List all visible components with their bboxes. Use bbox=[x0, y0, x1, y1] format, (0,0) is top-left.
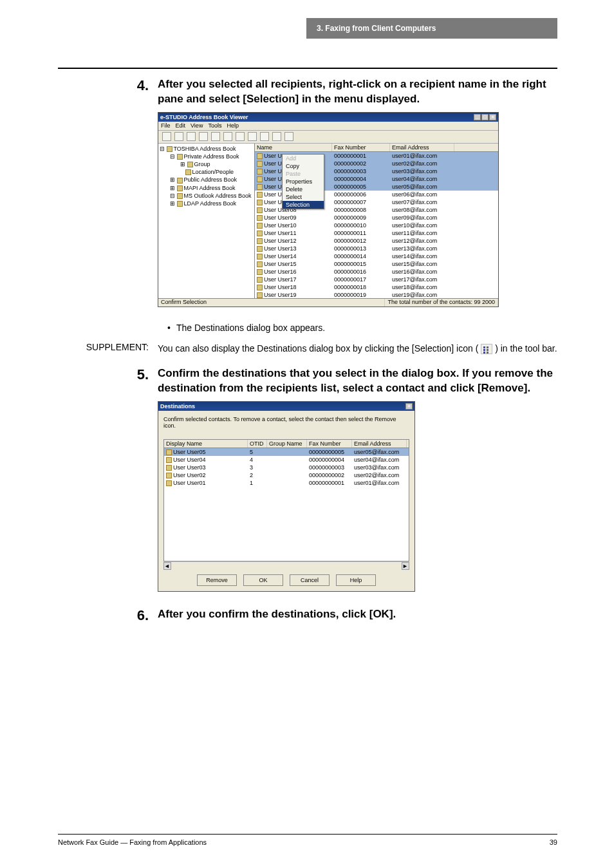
cell-email: user05@ifax.com bbox=[352, 449, 407, 455]
step-heading: Confirm the destinations that you select… bbox=[158, 366, 557, 396]
toolbar-icon[interactable] bbox=[260, 132, 269, 141]
window-controls: _ □ × bbox=[474, 114, 496, 120]
close-button[interactable]: × bbox=[405, 403, 413, 410]
tree-item[interactable]: ⊞ MAPI Address Book bbox=[160, 184, 253, 192]
tree-pane[interactable]: ⊟ TOSHIBA Address Book ⊟ Private Address… bbox=[158, 144, 255, 298]
contact-icon bbox=[257, 238, 263, 244]
contact-icon bbox=[257, 269, 263, 275]
dest-row[interactable]: User User05500000000005user05@ifax.com bbox=[164, 448, 409, 456]
list-row[interactable]: User User190000000019user19@ifax.com bbox=[255, 291, 498, 298]
destinations-dialog: Destinations × Confirm selected contacts… bbox=[158, 401, 415, 592]
dest-row[interactable]: User User02200000000002user02@ifax.com bbox=[164, 471, 409, 479]
list-row[interactable]: User User140000000014user14@ifax.com bbox=[255, 252, 498, 260]
col-email[interactable]: Email Address bbox=[390, 144, 454, 151]
cell-email: user19@ifax.com bbox=[390, 292, 454, 298]
toolbar-icon[interactable] bbox=[187, 132, 196, 141]
col-fax[interactable]: Fax Number bbox=[332, 144, 390, 151]
list-row[interactable]: User User130000000013user13@ifax.com bbox=[255, 245, 498, 252]
col-email[interactable]: Email Address bbox=[352, 440, 407, 448]
col-fax[interactable]: Fax Number bbox=[307, 440, 352, 448]
ctx-copy[interactable]: Copy bbox=[283, 162, 324, 170]
scroll-right-icon[interactable]: ► bbox=[402, 562, 409, 570]
menu-help[interactable]: Help bbox=[227, 122, 239, 129]
tree-item[interactable]: ⊟ Private Address Book bbox=[160, 153, 253, 160]
tree-item[interactable]: Location/People bbox=[160, 168, 253, 176]
cell-email: user02@ifax.com bbox=[390, 160, 454, 167]
cell-name: User User03 bbox=[164, 464, 248, 471]
tree-item[interactable]: ⊟ MS Outlook Address Book bbox=[160, 192, 253, 200]
list-row[interactable]: User User150000000015user15@ifax.com bbox=[255, 260, 498, 268]
list-row[interactable]: User User110000000011user11@ifax.com bbox=[255, 229, 498, 237]
dest-row[interactable]: User User01100000000001user01@ifax.com bbox=[164, 479, 409, 487]
list-row[interactable]: User User180000000018user18@ifax.com bbox=[255, 283, 498, 291]
tree-item[interactable]: ⊞ Public Address Book bbox=[160, 176, 253, 184]
book-icon bbox=[177, 178, 183, 184]
tree-item[interactable]: ⊞ Group bbox=[160, 160, 253, 168]
menu-tools[interactable]: Tools bbox=[208, 122, 221, 129]
dest-listbox: Display Name OTID Group Name Fax Number … bbox=[163, 439, 409, 561]
cell-fax: 0000000017 bbox=[332, 276, 390, 283]
toolbar-icon[interactable] bbox=[284, 132, 293, 141]
ctx-properties[interactable]: Properties bbox=[283, 178, 324, 185]
cell-name: User User12 bbox=[255, 238, 332, 244]
window-controls: × bbox=[405, 403, 413, 410]
list-row[interactable]: User User100000000010user10@ifax.com bbox=[255, 222, 498, 229]
ctx-add[interactable]: Add bbox=[283, 155, 324, 162]
list-row[interactable]: User User160000000016user16@ifax.com bbox=[255, 268, 498, 276]
tree-root[interactable]: ⊟ TOSHIBA Address Book bbox=[160, 145, 253, 153]
cell-fax: 0000000013 bbox=[332, 245, 390, 252]
list-row[interactable]: User User170000000017user17@ifax.com bbox=[255, 276, 498, 283]
cell-name: User User09 bbox=[255, 214, 332, 221]
toolbar-icon[interactable] bbox=[223, 132, 232, 141]
context-menu: Add Copy Paste Properties Delete Select … bbox=[282, 154, 324, 209]
book-icon bbox=[177, 154, 183, 160]
scroll-left-icon[interactable]: ◄ bbox=[163, 562, 171, 570]
book-icon bbox=[177, 185, 183, 191]
menu-edit[interactable]: Edit bbox=[176, 122, 186, 129]
minimize-button[interactable]: _ bbox=[474, 114, 481, 120]
horizontal-scrollbar[interactable]: ◄ ► bbox=[163, 561, 409, 569]
ok-button[interactable]: OK bbox=[243, 574, 283, 586]
list-row[interactable]: User User090000000009user09@ifax.com bbox=[255, 214, 498, 222]
step-text-col: After you confirm the destinations, clic… bbox=[158, 607, 557, 624]
toolbar-icon[interactable] bbox=[248, 132, 257, 141]
col-name[interactable]: Name bbox=[255, 144, 332, 151]
close-button[interactable]: × bbox=[489, 114, 496, 120]
toolbar-icon[interactable] bbox=[174, 132, 183, 141]
dest-rows: User User05500000000005user05@ifax.comUs… bbox=[164, 448, 409, 487]
col-group[interactable]: Group Name bbox=[267, 440, 307, 448]
cell-email: user04@ifax.com bbox=[390, 176, 454, 182]
cancel-button[interactable]: Cancel bbox=[290, 574, 330, 586]
help-button[interactable]: Help bbox=[336, 574, 376, 586]
ctx-paste[interactable]: Paste bbox=[283, 170, 324, 178]
toolbar-icon[interactable] bbox=[199, 132, 208, 141]
step-4: 4. After you selected all recipients, ri… bbox=[58, 77, 557, 314]
contact-icon bbox=[257, 192, 263, 198]
menu-file[interactable]: File bbox=[161, 122, 171, 129]
cell-otid: 3 bbox=[248, 464, 267, 471]
contact-icon bbox=[257, 169, 263, 175]
list-row[interactable]: User User120000000012user12@ifax.com bbox=[255, 237, 498, 245]
toolbar-icon[interactable] bbox=[236, 132, 245, 141]
dest-row[interactable]: User User04400000000004user04@ifax.com bbox=[164, 456, 409, 464]
contact-icon bbox=[166, 473, 172, 478]
menu-view[interactable]: View bbox=[191, 122, 203, 129]
tree-root-label: TOSHIBA Address Book bbox=[174, 146, 236, 152]
col-otid[interactable]: OTID bbox=[248, 440, 267, 448]
col-display-name[interactable]: Display Name bbox=[164, 440, 248, 448]
dest-row[interactable]: User User03300000000003user03@ifax.com bbox=[164, 464, 409, 471]
remove-button[interactable]: Remove bbox=[197, 574, 237, 586]
cell-email: user14@ifax.com bbox=[390, 253, 454, 259]
toolbar-icon[interactable] bbox=[211, 132, 220, 141]
toolbar-icon[interactable] bbox=[162, 132, 171, 141]
maximize-button[interactable]: □ bbox=[481, 114, 488, 120]
cell-fax: 0000000003 bbox=[332, 168, 390, 175]
cell-email: user13@ifax.com bbox=[390, 245, 454, 252]
tree-label: Private Address Book bbox=[184, 153, 239, 160]
contact-icon bbox=[257, 184, 263, 190]
tree-item[interactable]: ⊞ LDAP Address Book bbox=[160, 200, 253, 207]
toolbar-icon[interactable] bbox=[272, 132, 281, 141]
ctx-select[interactable]: Select bbox=[283, 193, 324, 201]
ctx-selection[interactable]: Selection bbox=[283, 201, 324, 209]
ctx-delete[interactable]: Delete bbox=[283, 185, 324, 193]
